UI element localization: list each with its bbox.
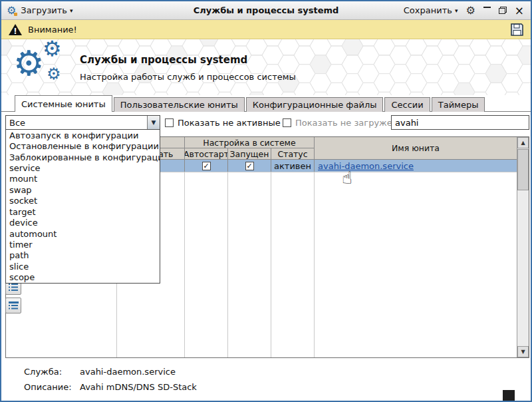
dropdown-item[interactable]: target bbox=[6, 206, 160, 217]
page-subtitle: Настройка работы служб и процессов систе… bbox=[80, 72, 296, 82]
load-button-label: Загрузить bbox=[21, 5, 67, 15]
combobox-arrow-icon[interactable]: ▼ bbox=[147, 116, 160, 129]
gridline bbox=[271, 172, 271, 357]
dropdown-item[interactable]: automount bbox=[6, 228, 160, 239]
checkbox-box[interactable] bbox=[283, 118, 291, 127]
resize-grip[interactable] bbox=[503, 390, 515, 401]
gear-accent-dot bbox=[14, 13, 17, 16]
dropdown-item[interactable]: service bbox=[6, 162, 160, 173]
header-running: Запущен bbox=[228, 148, 271, 160]
running-checkbox[interactable]: ✓ bbox=[245, 162, 254, 170]
header-group-system: Настройка в системе bbox=[185, 137, 315, 148]
unit-link[interactable]: avahi-daemon.service bbox=[318, 161, 414, 171]
dropdown-item[interactable]: Автозапуск в конфигурации bbox=[6, 130, 160, 140]
gear-medium-icon: ⚙ bbox=[43, 39, 172, 49]
titlebar-right: Сохранить▾ ⚙ × bbox=[404, 5, 531, 16]
list-detail-icon bbox=[9, 302, 19, 310]
cell-autostart: ✓ bbox=[185, 160, 228, 172]
gridline bbox=[227, 172, 228, 357]
header-autostart: Автостарт bbox=[185, 148, 228, 160]
description-label: Описание: bbox=[24, 382, 72, 392]
load-button[interactable]: Загрузить▾ bbox=[21, 5, 72, 15]
show-inactive-checkbox[interactable]: Показать не активные bbox=[165, 118, 281, 128]
tab-user-units[interactable]: Пользовательские юниты bbox=[114, 97, 245, 112]
dropdown-item[interactable]: Остановленные в конфигурации bbox=[6, 140, 160, 151]
tab-config-files[interactable]: Конфигурационные файлы bbox=[246, 97, 384, 112]
scroll-down-button[interactable]: ▼ bbox=[517, 346, 529, 357]
warning-label: Внимание! bbox=[28, 25, 77, 35]
header-unit-name: Имя юнита bbox=[315, 137, 517, 160]
app-gear-icon: ⚙ bbox=[7, 5, 16, 16]
category-dropdown-list: Автозапуск в конфигурации Остановленные … bbox=[5, 129, 160, 284]
save-button-label: Сохранить bbox=[404, 5, 452, 15]
titlebar: ⚙ Загрузить▾ Службы и процессы systemd С… bbox=[1, 1, 531, 20]
cell-running: ✓ bbox=[228, 160, 271, 172]
category-combobox[interactable]: Все ▼ bbox=[5, 115, 160, 130]
combobox-value: Все bbox=[9, 118, 25, 128]
search-input[interactable] bbox=[391, 115, 529, 130]
maximize-icon bbox=[499, 7, 507, 14]
dropdown-item[interactable]: slice bbox=[6, 261, 160, 272]
header-status: Статус bbox=[271, 148, 315, 160]
titlebar-left: ⚙ Загрузить▾ bbox=[1, 5, 73, 16]
checkbox-label: Показать не активные bbox=[178, 118, 281, 128]
warning-exclamation: ! bbox=[13, 27, 17, 36]
service-label: Служба: bbox=[24, 367, 62, 377]
chevron-down-icon: ▾ bbox=[70, 7, 73, 14]
minimize-icon bbox=[483, 7, 491, 8]
save-file-icon[interactable] bbox=[510, 23, 524, 37]
maximize-button[interactable] bbox=[499, 5, 507, 16]
gridline bbox=[314, 172, 315, 357]
scroll-up-button[interactable]: ▲ bbox=[517, 137, 529, 148]
app-window: ⚙ Загрузить▾ Службы и процессы systemd С… bbox=[0, 0, 532, 402]
scrollbar-thumb[interactable] bbox=[517, 149, 529, 190]
dropdown-item[interactable]: scope bbox=[6, 272, 160, 282]
gridline bbox=[184, 172, 185, 357]
settings-gear-icon[interactable]: ⚙ bbox=[466, 5, 475, 16]
autostart-checkbox[interactable]: ✓ bbox=[202, 162, 211, 170]
dropdown-item[interactable]: timer bbox=[6, 239, 160, 250]
detail-view-button[interactable] bbox=[5, 298, 21, 313]
gears-logo-icon: ⚙ ⚙ ⚙ bbox=[13, 41, 83, 95]
dropdown-item[interactable]: Заблокированные в конфигурации bbox=[6, 152, 160, 162]
dropdown-item[interactable]: path bbox=[6, 250, 160, 261]
minimize-button[interactable] bbox=[483, 5, 491, 16]
status-cell: активен bbox=[271, 160, 315, 172]
app-header: ⚙ ⚙ ⚙ Службы и процессы systemd Настройк… bbox=[1, 39, 531, 95]
save-button[interactable]: Сохранить▾ bbox=[404, 5, 458, 15]
dropdown-item[interactable]: mount bbox=[6, 174, 160, 184]
dropdown-item[interactable]: device bbox=[6, 217, 160, 228]
tab-sessions[interactable]: Сессии bbox=[384, 97, 430, 112]
tab-system-units[interactable]: Системные юниты bbox=[15, 95, 112, 112]
list-icon bbox=[9, 283, 19, 292]
chevron-down-icon: ▾ bbox=[455, 7, 458, 14]
warning-icon: ! bbox=[8, 23, 23, 36]
service-value: avahi-daemon.service bbox=[80, 367, 176, 377]
close-button[interactable]: × bbox=[515, 5, 524, 16]
table-scrollbar[interactable]: ▲ ▼ bbox=[517, 137, 529, 357]
description-value: Avahi mDNS/DNS SD-Stack bbox=[80, 382, 197, 392]
tab-timers[interactable]: Таймеры bbox=[432, 97, 485, 112]
page-title: Службы и процессы systemd bbox=[80, 54, 247, 66]
warning-bar: ! Внимание! bbox=[1, 20, 531, 39]
dropdown-item[interactable]: socket bbox=[6, 196, 160, 206]
tabbar: Системные юниты Пользовательские юниты К… bbox=[1, 95, 531, 112]
dropdown-item[interactable]: swap bbox=[6, 184, 160, 195]
checkbox-box[interactable] bbox=[165, 118, 174, 127]
cursor-hand-icon: ☝ bbox=[342, 169, 352, 186]
